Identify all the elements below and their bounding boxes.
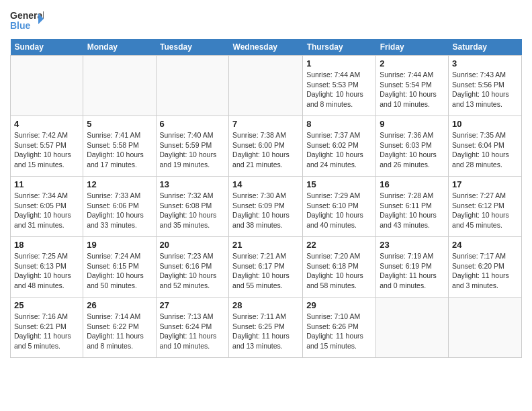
calendar-week-row: 1Sunrise: 7:44 AM Sunset: 5:53 PM Daylig…: [11, 56, 522, 116]
day-number: 12: [87, 179, 152, 189]
calendar-cell: 21Sunrise: 7:21 AM Sunset: 6:17 PM Dayli…: [229, 237, 303, 298]
calendar-cell: 25Sunrise: 7:16 AM Sunset: 6:21 PM Dayli…: [11, 298, 83, 358]
calendar-cell: 7Sunrise: 7:38 AM Sunset: 6:00 PM Daylig…: [229, 116, 303, 177]
calendar-cell: 22Sunrise: 7:20 AM Sunset: 6:18 PM Dayli…: [303, 237, 376, 298]
calendar-cell: [11, 56, 83, 116]
calendar-cell: 17Sunrise: 7:27 AM Sunset: 6:12 PM Dayli…: [449, 177, 522, 237]
day-info: Sunrise: 7:19 AM Sunset: 6:19 PM Dayligh…: [380, 251, 445, 291]
day-info: Sunrise: 7:35 AM Sunset: 6:04 PM Dayligh…: [452, 130, 518, 170]
calendar-cell: 24Sunrise: 7:17 AM Sunset: 6:20 PM Dayli…: [449, 237, 522, 298]
calendar-week-row: 11Sunrise: 7:34 AM Sunset: 6:05 PM Dayli…: [11, 177, 522, 237]
calendar-cell: 16Sunrise: 7:28 AM Sunset: 6:11 PM Dayli…: [376, 177, 449, 237]
calendar-cell: 10Sunrise: 7:35 AM Sunset: 6:04 PM Dayli…: [449, 116, 522, 177]
page-header: GeneralBlue: [10, 7, 522, 34]
calendar-cell: 28Sunrise: 7:11 AM Sunset: 6:25 PM Dayli…: [229, 298, 303, 358]
day-info: Sunrise: 7:27 AM Sunset: 6:12 PM Dayligh…: [452, 191, 518, 230]
calendar-cell: 5Sunrise: 7:41 AM Sunset: 5:58 PM Daylig…: [83, 116, 156, 177]
calendar-cell: 14Sunrise: 7:30 AM Sunset: 6:09 PM Dayli…: [229, 177, 303, 237]
weekday-header-tuesday: Tuesday: [156, 39, 229, 56]
day-info: Sunrise: 7:24 AM Sunset: 6:15 PM Dayligh…: [87, 251, 152, 291]
calendar-cell: [376, 298, 449, 358]
day-number: 16: [380, 179, 445, 189]
day-info: Sunrise: 7:20 AM Sunset: 6:18 PM Dayligh…: [306, 251, 372, 291]
day-info: Sunrise: 7:36 AM Sunset: 6:03 PM Dayligh…: [380, 130, 445, 170]
weekday-header-sunday: Sunday: [11, 39, 83, 56]
calendar-table: SundayMondayTuesdayWednesdayThursdayFrid…: [10, 39, 522, 358]
weekday-header-saturday: Saturday: [449, 39, 522, 56]
day-number: 20: [160, 240, 226, 250]
day-number: 13: [160, 179, 226, 189]
day-number: 11: [14, 179, 79, 189]
day-number: 1: [306, 58, 372, 68]
weekday-header-thursday: Thursday: [303, 39, 376, 56]
calendar-cell: [83, 56, 156, 116]
calendar-week-row: 25Sunrise: 7:16 AM Sunset: 6:21 PM Dayli…: [11, 298, 522, 358]
day-info: Sunrise: 7:32 AM Sunset: 6:08 PM Dayligh…: [160, 191, 226, 230]
day-number: 5: [87, 119, 152, 129]
day-number: 10: [452, 119, 518, 129]
day-number: 2: [380, 58, 445, 68]
day-info: Sunrise: 7:29 AM Sunset: 6:10 PM Dayligh…: [306, 191, 372, 230]
day-number: 24: [452, 240, 518, 250]
calendar-cell: 18Sunrise: 7:25 AM Sunset: 6:13 PM Dayli…: [11, 237, 83, 298]
day-info: Sunrise: 7:33 AM Sunset: 6:06 PM Dayligh…: [87, 191, 152, 230]
calendar-cell: 6Sunrise: 7:40 AM Sunset: 5:59 PM Daylig…: [156, 116, 229, 177]
day-number: 17: [452, 179, 518, 189]
weekday-header-row: SundayMondayTuesdayWednesdayThursdayFrid…: [11, 39, 522, 56]
calendar-week-row: 18Sunrise: 7:25 AM Sunset: 6:13 PM Dayli…: [11, 237, 522, 298]
day-number: 26: [87, 300, 152, 310]
day-info: Sunrise: 7:17 AM Sunset: 6:20 PM Dayligh…: [452, 251, 518, 291]
day-number: 18: [14, 240, 79, 250]
day-number: 14: [232, 179, 299, 189]
day-number: 4: [14, 119, 79, 129]
day-info: Sunrise: 7:11 AM Sunset: 6:25 PM Dayligh…: [232, 312, 299, 351]
calendar-cell: 3Sunrise: 7:43 AM Sunset: 5:56 PM Daylig…: [449, 56, 522, 116]
calendar-cell: 2Sunrise: 7:44 AM Sunset: 5:54 PM Daylig…: [376, 56, 449, 116]
calendar-cell: 9Sunrise: 7:36 AM Sunset: 6:03 PM Daylig…: [376, 116, 449, 177]
day-number: 19: [87, 240, 152, 250]
calendar-cell: 20Sunrise: 7:23 AM Sunset: 6:16 PM Dayli…: [156, 237, 229, 298]
day-info: Sunrise: 7:44 AM Sunset: 5:54 PM Dayligh…: [380, 70, 445, 109]
calendar-cell: 23Sunrise: 7:19 AM Sunset: 6:19 PM Dayli…: [376, 237, 449, 298]
day-info: Sunrise: 7:43 AM Sunset: 5:56 PM Dayligh…: [452, 70, 518, 109]
calendar-cell: 27Sunrise: 7:13 AM Sunset: 6:24 PM Dayli…: [156, 298, 229, 358]
day-info: Sunrise: 7:21 AM Sunset: 6:17 PM Dayligh…: [232, 251, 299, 291]
calendar-cell: 26Sunrise: 7:14 AM Sunset: 6:22 PM Dayli…: [83, 298, 156, 358]
day-info: Sunrise: 7:40 AM Sunset: 5:59 PM Dayligh…: [160, 130, 226, 170]
weekday-header-friday: Friday: [376, 39, 449, 56]
day-number: 8: [306, 119, 372, 129]
calendar-cell: 12Sunrise: 7:33 AM Sunset: 6:06 PM Dayli…: [83, 177, 156, 237]
calendar-cell: 1Sunrise: 7:44 AM Sunset: 5:53 PM Daylig…: [303, 56, 376, 116]
calendar-cell: 15Sunrise: 7:29 AM Sunset: 6:10 PM Dayli…: [303, 177, 376, 237]
day-info: Sunrise: 7:13 AM Sunset: 6:24 PM Dayligh…: [160, 312, 226, 351]
day-number: 3: [452, 58, 518, 68]
day-info: Sunrise: 7:44 AM Sunset: 5:53 PM Dayligh…: [306, 70, 372, 109]
day-number: 28: [232, 300, 299, 310]
day-number: 29: [306, 300, 372, 310]
logo-svg: GeneralBlue: [10, 7, 44, 34]
calendar-cell: 29Sunrise: 7:10 AM Sunset: 6:26 PM Dayli…: [303, 298, 376, 358]
calendar-cell: 19Sunrise: 7:24 AM Sunset: 6:15 PM Dayli…: [83, 237, 156, 298]
day-info: Sunrise: 7:23 AM Sunset: 6:16 PM Dayligh…: [160, 251, 226, 291]
day-info: Sunrise: 7:28 AM Sunset: 6:11 PM Dayligh…: [380, 191, 445, 230]
day-info: Sunrise: 7:42 AM Sunset: 5:57 PM Dayligh…: [14, 130, 79, 170]
day-number: 21: [232, 240, 299, 250]
day-number: 25: [14, 300, 79, 310]
calendar-cell: [229, 56, 303, 116]
calendar-week-row: 4Sunrise: 7:42 AM Sunset: 5:57 PM Daylig…: [11, 116, 522, 177]
day-number: 15: [306, 179, 372, 189]
day-info: Sunrise: 7:38 AM Sunset: 6:00 PM Dayligh…: [232, 130, 299, 170]
day-info: Sunrise: 7:14 AM Sunset: 6:22 PM Dayligh…: [87, 312, 152, 351]
day-info: Sunrise: 7:25 AM Sunset: 6:13 PM Dayligh…: [14, 251, 79, 291]
calendar-cell: 13Sunrise: 7:32 AM Sunset: 6:08 PM Dayli…: [156, 177, 229, 237]
calendar-cell: 8Sunrise: 7:37 AM Sunset: 6:02 PM Daylig…: [303, 116, 376, 177]
day-number: 7: [232, 119, 299, 129]
svg-text:Blue: Blue: [10, 20, 31, 31]
day-info: Sunrise: 7:16 AM Sunset: 6:21 PM Dayligh…: [14, 312, 79, 351]
calendar-cell: 11Sunrise: 7:34 AM Sunset: 6:05 PM Dayli…: [11, 177, 83, 237]
day-info: Sunrise: 7:37 AM Sunset: 6:02 PM Dayligh…: [306, 130, 372, 170]
calendar-cell: [449, 298, 522, 358]
day-number: 6: [160, 119, 226, 129]
day-info: Sunrise: 7:41 AM Sunset: 5:58 PM Dayligh…: [87, 130, 152, 170]
day-number: 27: [160, 300, 226, 310]
